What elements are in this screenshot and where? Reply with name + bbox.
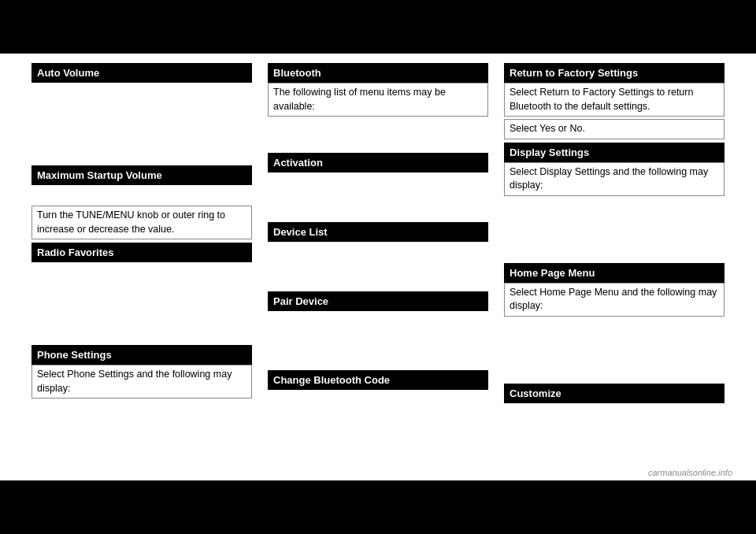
content-area: Auto Volume Maximum Startup Volume Turn … [0,54,756,480]
return-to-factory-settings-header: Return to Factory Settings [504,63,724,83]
spacer-1 [32,86,252,129]
pair-device-header: Pair Device [268,291,488,311]
spacer-6 [268,245,488,288]
section-home-page-menu: Home Page Menu Select Home Page Menu and… [504,263,724,317]
spacer-4 [268,120,488,150]
section-return-to-factory-settings: Return to Factory Settings Select Return… [504,63,724,139]
column-1: Auto Volume Maximum Startup Volume Turn … [32,63,260,471]
device-list-header: Device List [268,222,488,242]
spacer-7 [268,314,488,358]
home-page-menu-text: Select Home Page Menu and the following … [504,283,724,317]
auto-volume-header: Auto Volume [32,63,252,83]
display-settings-text: Select Display Settings and the followin… [504,162,724,196]
return-to-factory-settings-text-2: Select Yes or No. [504,119,724,139]
column-3: Return to Factory Settings Select Return… [496,63,724,471]
spacer-8 [504,199,724,243]
maximum-startup-volume-text: Turn the TUNE/MENU knob or outer ring to… [32,206,252,239]
phone-settings-text: Select Phone Settings and the following … [32,365,252,399]
spacer-3 [32,265,252,309]
section-radio-favorites: Radio Favorites [32,243,252,262]
customize-header: Customize [504,384,724,403]
section-phone-settings: Phone Settings Select Phone Settings and… [32,345,252,399]
black-bar-bottom [0,480,756,534]
watermark: carmanualsonline.info [648,468,732,477]
spacer-5 [268,176,488,219]
page-wrapper: Auto Volume Maximum Startup Volume Turn … [0,0,756,534]
spacer-1b [32,132,252,162]
spacer-3b [32,312,252,342]
section-change-bluetooth-code: Change Bluetooth Code [268,370,488,390]
section-customize: Customize [504,384,724,403]
bluetooth-header: Bluetooth [268,63,488,83]
return-to-factory-settings-text-1: Select Return to Factory Settings to ret… [504,83,724,117]
section-device-list: Device List [268,222,488,242]
spacer-7b [268,361,488,367]
section-auto-volume: Auto Volume [32,63,252,83]
home-page-menu-header: Home Page Menu [504,263,724,283]
maximum-startup-volume-header: Maximum Startup Volume [32,165,252,185]
section-display-settings: Display Settings Select Display Settings… [504,143,724,196]
section-activation: Activation [268,153,488,172]
section-maximum-startup-volume: Maximum Startup Volume [32,165,252,185]
activation-header: Activation [268,153,488,172]
bluetooth-text: The following list of menu items may be … [268,83,488,117]
radio-favorites-header: Radio Favorites [32,243,252,262]
section-maximum-startup-volume-text: Turn the TUNE/MENU knob or outer ring to… [32,206,252,239]
phone-settings-header: Phone Settings [32,345,252,365]
spacer-9b [504,366,724,380]
spacer-8b [504,246,724,260]
section-pair-device: Pair Device [268,291,488,311]
section-bluetooth: Bluetooth The following list of menu ite… [268,63,488,117]
spacer-2 [32,188,252,202]
change-bluetooth-code-header: Change Bluetooth Code [268,370,488,390]
black-bar-top [0,0,756,54]
column-2: Bluetooth The following list of menu ite… [260,63,496,471]
spacer-9 [504,320,724,363]
display-settings-header: Display Settings [504,143,724,162]
